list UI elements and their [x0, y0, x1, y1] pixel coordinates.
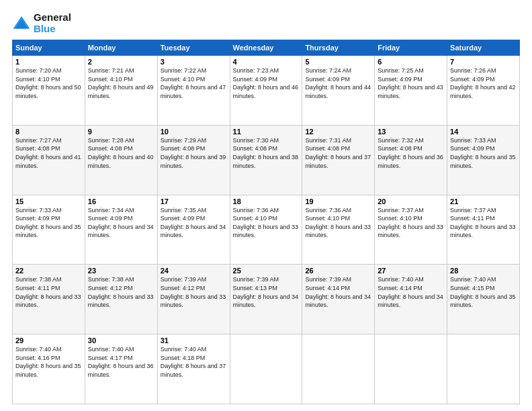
calendar-cell	[230, 334, 302, 404]
day-info: Sunrise: 7:37 AM Sunset: 4:11 PM Dayligh…	[450, 206, 517, 240]
day-number: 17	[161, 197, 227, 205]
day-number: 15	[15, 197, 82, 205]
weekday-friday: Friday	[375, 40, 447, 56]
day-number: 14	[450, 128, 517, 136]
logo: General Blue	[12, 12, 71, 34]
calendar-cell: 16 Sunrise: 7:34 AM Sunset: 4:09 PM Dayl…	[85, 195, 157, 265]
calendar-cell: 3 Sunrise: 7:22 AM Sunset: 4:10 PM Dayli…	[157, 56, 230, 126]
day-number: 13	[378, 128, 444, 136]
day-info: Sunrise: 7:21 AM Sunset: 4:10 PM Dayligh…	[88, 66, 154, 100]
calendar-cell: 9 Sunrise: 7:28 AM Sunset: 4:08 PM Dayli…	[85, 125, 157, 195]
day-info: Sunrise: 7:40 AM Sunset: 4:18 PM Dayligh…	[161, 345, 227, 379]
day-info: Sunrise: 7:40 AM Sunset: 4:16 PM Dayligh…	[15, 345, 82, 379]
day-info: Sunrise: 7:27 AM Sunset: 4:08 PM Dayligh…	[15, 136, 82, 170]
day-number: 27	[378, 267, 444, 275]
calendar-cell	[302, 334, 375, 404]
week-row-3: 15 Sunrise: 7:33 AM Sunset: 4:09 PM Dayl…	[13, 195, 520, 265]
calendar-cell: 30 Sunrise: 7:40 AM Sunset: 4:17 PM Dayl…	[85, 334, 157, 404]
day-number: 29	[15, 336, 82, 345]
day-info: Sunrise: 7:38 AM Sunset: 4:12 PM Dayligh…	[88, 275, 154, 309]
day-number: 22	[15, 267, 82, 275]
calendar-cell: 21 Sunrise: 7:37 AM Sunset: 4:11 PM Dayl…	[447, 195, 520, 265]
day-number: 16	[88, 197, 154, 205]
weekday-tuesday: Tuesday	[157, 40, 230, 56]
day-number: 30	[88, 336, 154, 345]
day-info: Sunrise: 7:39 AM Sunset: 4:13 PM Dayligh…	[233, 275, 300, 309]
day-number: 18	[233, 197, 300, 205]
day-number: 8	[15, 128, 82, 136]
calendar-cell: 19 Sunrise: 7:36 AM Sunset: 4:10 PM Dayl…	[302, 195, 375, 265]
week-row-4: 22 Sunrise: 7:38 AM Sunset: 4:11 PM Dayl…	[13, 265, 520, 334]
logo-icon	[12, 14, 31, 33]
calendar-cell: 17 Sunrise: 7:35 AM Sunset: 4:09 PM Dayl…	[157, 195, 230, 265]
calendar-cell: 1 Sunrise: 7:20 AM Sunset: 4:10 PM Dayli…	[13, 56, 85, 126]
day-info: Sunrise: 7:26 AM Sunset: 4:09 PM Dayligh…	[450, 66, 517, 100]
calendar-cell: 10 Sunrise: 7:29 AM Sunset: 4:08 PM Dayl…	[157, 125, 230, 195]
weekday-sunday: Sunday	[13, 40, 85, 56]
day-number: 2	[88, 58, 154, 66]
weekday-saturday: Saturday	[447, 40, 520, 56]
day-info: Sunrise: 7:33 AM Sunset: 4:09 PM Dayligh…	[15, 206, 82, 240]
calendar-cell: 26 Sunrise: 7:39 AM Sunset: 4:14 PM Dayl…	[302, 265, 375, 334]
day-info: Sunrise: 7:36 AM Sunset: 4:10 PM Dayligh…	[233, 206, 300, 240]
day-number: 10	[161, 128, 227, 136]
calendar-cell: 27 Sunrise: 7:40 AM Sunset: 4:14 PM Dayl…	[375, 265, 447, 334]
calendar-cell: 23 Sunrise: 7:38 AM Sunset: 4:12 PM Dayl…	[85, 265, 157, 334]
day-number: 6	[378, 58, 444, 66]
day-info: Sunrise: 7:24 AM Sunset: 4:09 PM Dayligh…	[305, 66, 371, 100]
calendar-cell	[447, 334, 520, 404]
day-info: Sunrise: 7:20 AM Sunset: 4:10 PM Dayligh…	[15, 66, 82, 100]
calendar-cell: 31 Sunrise: 7:40 AM Sunset: 4:18 PM Dayl…	[157, 334, 230, 404]
calendar-table: SundayMondayTuesdayWednesdayThursdayFrid…	[12, 40, 520, 404]
calendar-cell: 25 Sunrise: 7:39 AM Sunset: 4:13 PM Dayl…	[230, 265, 302, 334]
day-number: 28	[450, 267, 517, 275]
calendar-cell: 22 Sunrise: 7:38 AM Sunset: 4:11 PM Dayl…	[13, 265, 85, 334]
calendar-cell: 4 Sunrise: 7:23 AM Sunset: 4:09 PM Dayli…	[230, 56, 302, 126]
day-info: Sunrise: 7:23 AM Sunset: 4:09 PM Dayligh…	[233, 66, 300, 100]
day-info: Sunrise: 7:40 AM Sunset: 4:17 PM Dayligh…	[88, 345, 154, 379]
calendar-cell: 6 Sunrise: 7:25 AM Sunset: 4:09 PM Dayli…	[375, 56, 447, 126]
weekday-monday: Monday	[85, 40, 157, 56]
weekday-header-row: SundayMondayTuesdayWednesdayThursdayFrid…	[13, 40, 520, 56]
day-number: 25	[233, 267, 300, 275]
weekday-wednesday: Wednesday	[230, 40, 302, 56]
calendar-body: 1 Sunrise: 7:20 AM Sunset: 4:10 PM Dayli…	[13, 56, 520, 404]
logo-text: General Blue	[34, 12, 71, 34]
day-number: 12	[305, 128, 371, 136]
calendar-cell: 11 Sunrise: 7:30 AM Sunset: 4:08 PM Dayl…	[230, 125, 302, 195]
page: General Blue SundayMondayTuesdayWednesda…	[0, 0, 532, 411]
calendar-cell: 14 Sunrise: 7:33 AM Sunset: 4:09 PM Dayl…	[447, 125, 520, 195]
day-info: Sunrise: 7:33 AM Sunset: 4:09 PM Dayligh…	[450, 136, 517, 170]
calendar-cell: 8 Sunrise: 7:27 AM Sunset: 4:08 PM Dayli…	[13, 125, 85, 195]
day-number: 20	[378, 197, 444, 205]
day-number: 26	[305, 267, 371, 275]
day-info: Sunrise: 7:31 AM Sunset: 4:08 PM Dayligh…	[305, 136, 371, 170]
day-number: 21	[450, 197, 517, 205]
calendar-cell: 29 Sunrise: 7:40 AM Sunset: 4:16 PM Dayl…	[13, 334, 85, 404]
week-row-2: 8 Sunrise: 7:27 AM Sunset: 4:08 PM Dayli…	[13, 125, 520, 195]
calendar-cell: 7 Sunrise: 7:26 AM Sunset: 4:09 PM Dayli…	[447, 56, 520, 126]
calendar-cell: 28 Sunrise: 7:40 AM Sunset: 4:15 PM Dayl…	[447, 265, 520, 334]
day-number: 7	[450, 58, 517, 66]
day-info: Sunrise: 7:30 AM Sunset: 4:08 PM Dayligh…	[233, 136, 300, 170]
calendar-cell: 12 Sunrise: 7:31 AM Sunset: 4:08 PM Dayl…	[302, 125, 375, 195]
day-number: 23	[88, 267, 154, 275]
day-info: Sunrise: 7:40 AM Sunset: 4:14 PM Dayligh…	[378, 275, 444, 309]
day-number: 4	[233, 58, 300, 66]
day-number: 3	[161, 58, 227, 66]
day-info: Sunrise: 7:22 AM Sunset: 4:10 PM Dayligh…	[161, 66, 227, 100]
day-info: Sunrise: 7:37 AM Sunset: 4:10 PM Dayligh…	[378, 206, 444, 240]
day-number: 19	[305, 197, 371, 205]
day-number: 31	[161, 336, 227, 345]
calendar-cell: 24 Sunrise: 7:39 AM Sunset: 4:12 PM Dayl…	[157, 265, 230, 334]
day-info: Sunrise: 7:29 AM Sunset: 4:08 PM Dayligh…	[161, 136, 227, 170]
day-info: Sunrise: 7:39 AM Sunset: 4:14 PM Dayligh…	[305, 275, 371, 309]
day-info: Sunrise: 7:34 AM Sunset: 4:09 PM Dayligh…	[88, 206, 154, 240]
header: General Blue	[12, 12, 520, 34]
day-info: Sunrise: 7:40 AM Sunset: 4:15 PM Dayligh…	[450, 275, 517, 309]
day-number: 11	[233, 128, 300, 136]
calendar-cell: 13 Sunrise: 7:32 AM Sunset: 4:08 PM Dayl…	[375, 125, 447, 195]
day-info: Sunrise: 7:39 AM Sunset: 4:12 PM Dayligh…	[161, 275, 227, 309]
day-info: Sunrise: 7:25 AM Sunset: 4:09 PM Dayligh…	[378, 66, 444, 100]
day-number: 5	[305, 58, 371, 66]
